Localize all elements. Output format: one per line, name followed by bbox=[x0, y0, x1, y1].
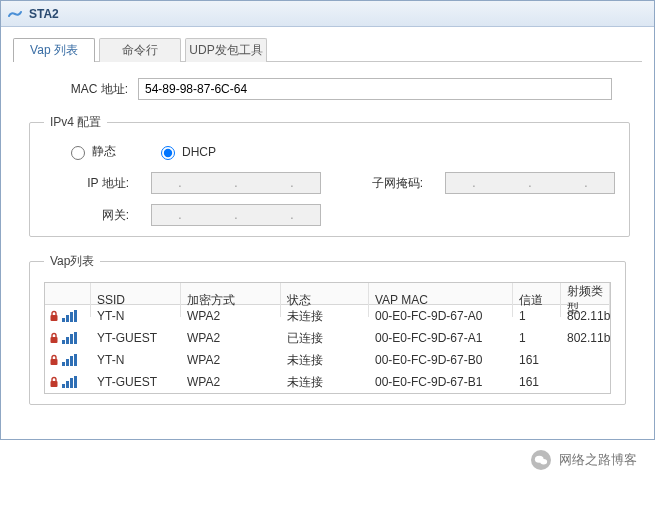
app-window: STA2 Vap 列表 命令行 UDP发包工具 MAC 地址: IPv4 配置 … bbox=[0, 0, 655, 440]
cell-state: 未连接 bbox=[281, 352, 369, 369]
cell-mac: 00-E0-FC-9D-67-A1 bbox=[369, 331, 513, 345]
signal-bars-icon bbox=[62, 376, 77, 388]
cell-ssid: YT-N bbox=[91, 353, 181, 367]
cell-enc: WPA2 bbox=[181, 353, 281, 367]
svg-rect-2 bbox=[51, 359, 58, 365]
radio-static-input[interactable] bbox=[71, 146, 85, 160]
signal-cell bbox=[45, 310, 91, 322]
titlebar: STA2 bbox=[1, 1, 654, 27]
svg-point-5 bbox=[540, 459, 547, 465]
lock-icon bbox=[49, 310, 59, 322]
cell-ssid: YT-N bbox=[91, 309, 181, 323]
subnet-mask-input[interactable]: ... bbox=[445, 172, 615, 194]
cell-mac: 00-E0-FC-9D-67-A0 bbox=[369, 309, 513, 323]
lock-icon bbox=[49, 332, 59, 344]
radio-static-label: 静态 bbox=[92, 143, 116, 160]
cell-ssid: YT-GUEST bbox=[91, 331, 181, 345]
window-title: STA2 bbox=[29, 7, 59, 21]
footer-text: 网络之路博客 bbox=[559, 451, 637, 469]
cell-state: 未连接 bbox=[281, 374, 369, 391]
signal-cell bbox=[45, 354, 91, 366]
footer: 网络之路博客 bbox=[0, 440, 655, 480]
radio-dhcp-input[interactable] bbox=[161, 146, 175, 160]
ipv4-mode-group: 静态 DHCP bbox=[66, 143, 615, 160]
cell-mac: 00-E0-FC-9D-67-B1 bbox=[369, 375, 513, 389]
svg-rect-1 bbox=[51, 337, 58, 343]
signal-cell bbox=[45, 332, 91, 344]
mac-label: MAC 地址: bbox=[43, 81, 128, 98]
ipv4-fieldset: IPv4 配置 静态 DHCP IP 地址: ... 子网掩码: ... 网关:… bbox=[29, 114, 630, 237]
cell-ssid: YT-GUEST bbox=[91, 375, 181, 389]
wechat-icon bbox=[531, 450, 551, 470]
vap-table-header: SSID 加密方式 状态 VAP MAC 信道 射频类型 bbox=[45, 283, 610, 305]
gateway-label: 网关: bbox=[54, 207, 129, 224]
cell-radio: 802.11bgn bbox=[561, 309, 610, 323]
vap-table: SSID 加密方式 状态 VAP MAC 信道 射频类型 YT-NWPA2未连接… bbox=[44, 282, 611, 394]
cell-chan: 1 bbox=[513, 331, 561, 345]
cell-radio: 802.11bgn bbox=[561, 331, 610, 345]
radio-static[interactable]: 静态 bbox=[66, 143, 116, 160]
ip-grid: IP 地址: ... 子网掩码: ... 网关: ... bbox=[54, 172, 615, 226]
signal-cell bbox=[45, 376, 91, 388]
tab-bar: Vap 列表 命令行 UDP发包工具 bbox=[13, 37, 642, 62]
table-row[interactable]: YT-NWPA2未连接00-E0-FC-9D-67-A01802.11bgn bbox=[45, 305, 610, 327]
cell-state: 未连接 bbox=[281, 308, 369, 325]
app-icon bbox=[7, 6, 23, 22]
signal-bars-icon bbox=[62, 354, 77, 366]
cell-chan: 1 bbox=[513, 309, 561, 323]
cell-enc: WPA2 bbox=[181, 375, 281, 389]
mac-row: MAC 地址: bbox=[43, 78, 612, 100]
radio-dhcp[interactable]: DHCP bbox=[156, 143, 216, 160]
svg-rect-3 bbox=[51, 381, 58, 387]
vap-list-legend: Vap列表 bbox=[44, 253, 100, 270]
mac-input[interactable] bbox=[138, 78, 612, 100]
tab-cli[interactable]: 命令行 bbox=[99, 38, 181, 62]
vap-list-fieldset: Vap列表 SSID 加密方式 状态 VAP MAC 信道 射频类型 YT-NW… bbox=[29, 253, 626, 405]
table-row[interactable]: YT-NWPA2未连接00-E0-FC-9D-67-B0161 bbox=[45, 349, 610, 371]
cell-mac: 00-E0-FC-9D-67-B0 bbox=[369, 353, 513, 367]
signal-bars-icon bbox=[62, 310, 77, 322]
ipv4-legend: IPv4 配置 bbox=[44, 114, 107, 131]
radio-dhcp-label: DHCP bbox=[182, 145, 216, 159]
gateway-input[interactable]: ... bbox=[151, 204, 321, 226]
lock-icon bbox=[49, 354, 59, 366]
cell-enc: WPA2 bbox=[181, 309, 281, 323]
tab-udp-tool[interactable]: UDP发包工具 bbox=[185, 38, 267, 62]
cell-chan: 161 bbox=[513, 375, 561, 389]
svg-rect-0 bbox=[51, 315, 58, 321]
ip-address-label: IP 地址: bbox=[54, 175, 129, 192]
signal-bars-icon bbox=[62, 332, 77, 344]
ip-address-input[interactable]: ... bbox=[151, 172, 321, 194]
cell-state: 已连接 bbox=[281, 330, 369, 347]
subnet-mask-label: 子网掩码: bbox=[343, 175, 423, 192]
lock-icon bbox=[49, 376, 59, 388]
tab-vap-list[interactable]: Vap 列表 bbox=[13, 38, 95, 62]
cell-chan: 161 bbox=[513, 353, 561, 367]
vap-table-body: YT-NWPA2未连接00-E0-FC-9D-67-A01802.11bgnYT… bbox=[45, 305, 610, 393]
client-area: Vap 列表 命令行 UDP发包工具 MAC 地址: IPv4 配置 静态 DH… bbox=[1, 27, 654, 439]
table-row[interactable]: YT-GUESTWPA2未连接00-E0-FC-9D-67-B1161 bbox=[45, 371, 610, 393]
table-row[interactable]: YT-GUESTWPA2已连接00-E0-FC-9D-67-A11802.11b… bbox=[45, 327, 610, 349]
cell-enc: WPA2 bbox=[181, 331, 281, 345]
